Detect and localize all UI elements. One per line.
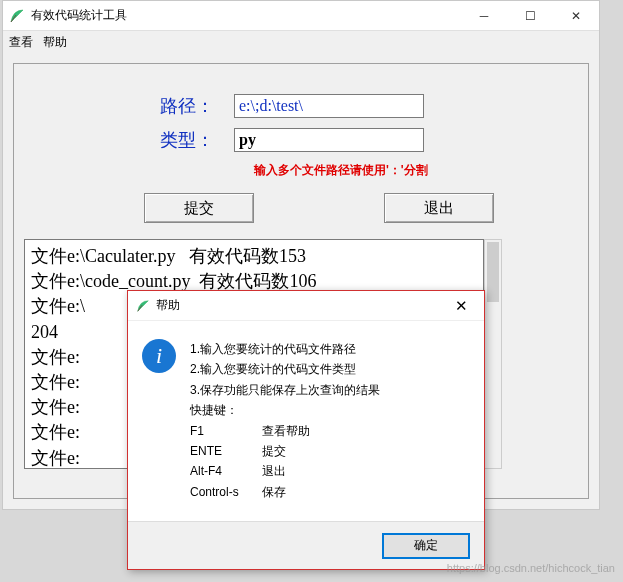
shortcut-enter: ENTE 提交 — [190, 441, 380, 461]
path-row: 路径： — [44, 94, 558, 118]
menubar: 查看 帮助 — [3, 31, 599, 53]
type-label: 类型： — [44, 128, 234, 152]
dialog-title: 帮助 — [156, 297, 446, 314]
type-input[interactable] — [234, 128, 424, 152]
watermark: https://blog.csdn.net/hichcock_tian — [447, 562, 615, 574]
submit-button[interactable]: 提交 — [144, 193, 254, 223]
shortcut-key: Control-s — [190, 482, 262, 502]
type-row: 类型： — [44, 128, 558, 152]
shortcut-ctrls: Control-s 保存 — [190, 482, 380, 502]
shortcut-val: 提交 — [262, 441, 286, 461]
info-icon: i — [142, 339, 176, 373]
shortcut-key: F1 — [190, 421, 262, 441]
shortcut-val: 退出 — [262, 461, 286, 481]
close-button[interactable]: ✕ — [553, 1, 599, 31]
shortcut-altf4: Alt-F4 退出 — [190, 461, 380, 481]
dialog-icon — [136, 299, 150, 313]
window-title: 有效代码统计工具 — [31, 7, 461, 24]
path-label: 路径： — [44, 94, 234, 118]
dialog-body: i 1.输入您要统计的代码文件路径 2.输入您要统计的代码文件类型 3.保存功能… — [128, 321, 484, 521]
shortcut-key: ENTE — [190, 441, 262, 461]
shortcut-val: 查看帮助 — [262, 421, 310, 441]
help-dialog: 帮助 ✕ i 1.输入您要统计的代码文件路径 2.输入您要统计的代码文件类型 3… — [127, 290, 485, 570]
help-line-2: 2.输入您要统计的代码文件类型 — [190, 359, 380, 379]
exit-button[interactable]: 退出 — [384, 193, 494, 223]
help-line-1: 1.输入您要统计的代码文件路径 — [190, 339, 380, 359]
shortcut-f1: F1 查看帮助 — [190, 421, 380, 441]
app-icon — [9, 8, 25, 24]
menu-help[interactable]: 帮助 — [43, 34, 67, 51]
path-hint: 输入多个文件路径请使用'：'分割 — [254, 162, 558, 179]
scroll-thumb[interactable] — [487, 242, 499, 302]
dialog-text: 1.输入您要统计的代码文件路径 2.输入您要统计的代码文件类型 3.保存功能只能… — [190, 339, 380, 513]
titlebar: 有效代码统计工具 ─ ☐ ✕ — [3, 1, 599, 31]
dialog-ok-button[interactable]: 确定 — [382, 533, 470, 559]
path-input[interactable] — [234, 94, 424, 118]
button-row: 提交 退出 — [144, 193, 558, 223]
shortcut-key: Alt-F4 — [190, 461, 262, 481]
help-line-3: 3.保存功能只能保存上次查询的结果 — [190, 380, 380, 400]
maximize-button[interactable]: ☐ — [507, 1, 553, 31]
dialog-footer: 确定 — [128, 521, 484, 569]
menu-view[interactable]: 查看 — [9, 34, 33, 51]
shortcuts-label: 快捷键： — [190, 400, 380, 420]
window-controls: ─ ☐ ✕ — [461, 1, 599, 31]
dialog-titlebar: 帮助 ✕ — [128, 291, 484, 321]
dialog-close-button[interactable]: ✕ — [446, 297, 476, 315]
minimize-button[interactable]: ─ — [461, 1, 507, 31]
output-scrollbar[interactable] — [484, 239, 502, 469]
shortcut-val: 保存 — [262, 482, 286, 502]
